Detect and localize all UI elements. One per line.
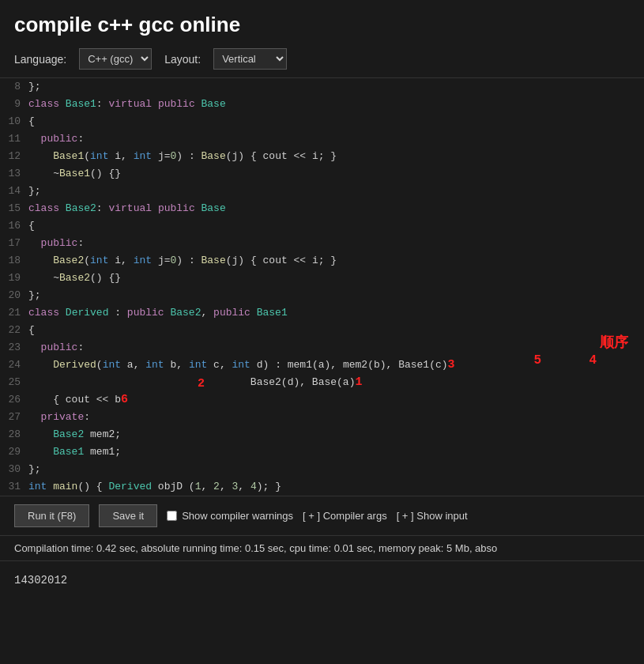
line-num: 11	[0, 130, 28, 148]
code-line: 31 int main() { Derived objD (1, 2, 3, 4…	[0, 478, 644, 496]
code-line: 29 Base1 mem1;	[0, 443, 644, 461]
code-line: 25 Base2(d), Base(a)1 2	[0, 374, 644, 391]
run-button[interactable]: Run it (F8)	[14, 504, 89, 527]
annotation-5: 5	[533, 352, 541, 369]
code-line: 30 };	[0, 461, 644, 478]
controls-row: Language: C++ (gcc) C (gcc) Java Python …	[14, 48, 630, 70]
status-bar: Compilation time: 0.42 sec, absolute run…	[0, 536, 644, 561]
line-num: 24	[0, 357, 28, 374]
compiler-args-button[interactable]: [ + ] Compiler args	[303, 510, 387, 522]
line-num: 26	[0, 391, 28, 409]
code-line: 26 { cout << b6	[0, 391, 644, 409]
code-line: 23 public:	[0, 339, 644, 357]
line-num: 28	[0, 426, 28, 443]
code-line: 18 Base2(int i, int j=0) : Base(j) { cou…	[0, 252, 644, 270]
line-num: 16	[0, 217, 28, 235]
layout-select[interactable]: Vertical Horizontal	[213, 48, 287, 70]
code-line: 16 {	[0, 217, 644, 235]
code-line: 21 class Derived : public Base2, public …	[0, 304, 644, 322]
line-num: 31	[0, 478, 28, 496]
annotation-2: 2	[198, 375, 205, 393]
line-num: 21	[0, 304, 28, 322]
line-num: 12	[0, 148, 28, 165]
toolbar-row: Run it (F8) Save it Show compiler warnin…	[0, 496, 644, 536]
annotation-4: 4	[589, 352, 597, 369]
status-text: Compilation time: 0.42 sec, absolute run…	[14, 542, 497, 554]
line-num: 17	[0, 235, 28, 252]
line-num: 23	[0, 339, 28, 357]
code-line: 9 class Base1: virtual public Base	[0, 96, 644, 113]
line-num: 25	[0, 374, 28, 391]
code-line: 15 class Base2: virtual public Base	[0, 200, 644, 217]
show-input-button[interactable]: [ + ] Show input	[397, 510, 468, 522]
output-text: 14302012	[14, 574, 67, 587]
page-title: compile c++ gcc online	[14, 13, 630, 37]
code-line: 13 ~Base1() {}	[0, 165, 644, 183]
line-num: 18	[0, 252, 28, 270]
line-num: 27	[0, 409, 28, 426]
line-num: 13	[0, 165, 28, 183]
code-lines: 8 }; 9 class Base1: virtual public Base …	[0, 78, 644, 496]
annotation-shunxu: 顺序	[600, 334, 628, 352]
code-line: 10 {	[0, 113, 644, 130]
code-line: 27 private:	[0, 409, 644, 426]
code-line: 11 public:	[0, 130, 644, 148]
language-label: Language:	[14, 53, 66, 66]
line-num: 20	[0, 287, 28, 304]
line-num: 14	[0, 183, 28, 200]
code-line: 19 ~Base2() {}	[0, 270, 644, 287]
output-area: 14302012	[0, 561, 644, 599]
header: compile c++ gcc online Language: C++ (gc…	[0, 0, 644, 77]
show-warnings-label[interactable]: Show compiler warnings	[167, 510, 293, 522]
line-num: 8	[0, 78, 28, 96]
code-line: 17 public:	[0, 235, 644, 252]
code-line: 12 Base1(int i, int j=0) : Base(j) { cou…	[0, 148, 644, 165]
line-num: 15	[0, 200, 28, 217]
code-line: 22 {	[0, 322, 644, 339]
code-line: 8 };	[0, 78, 644, 96]
layout-label: Layout:	[164, 53, 201, 66]
code-line: 24 Derived(int a, int b, int c, int d) :…	[0, 357, 644, 374]
code-line: 14 };	[0, 183, 644, 200]
line-num: 29	[0, 443, 28, 461]
code-line: 20 };	[0, 287, 644, 304]
save-button[interactable]: Save it	[99, 504, 157, 527]
line-num: 22	[0, 322, 28, 339]
code-area-wrapper: 8 }; 9 class Base1: virtual public Base …	[0, 77, 644, 496]
code-line: 28 Base2 mem2;	[0, 426, 644, 443]
line-num: 10	[0, 113, 28, 130]
code-editor[interactable]: 8 }; 9 class Base1: virtual public Base …	[0, 77, 644, 496]
line-num: 19	[0, 270, 28, 287]
language-select[interactable]: C++ (gcc) C (gcc) Java Python 3	[79, 48, 152, 70]
line-num: 30	[0, 461, 28, 478]
show-warnings-checkbox[interactable]	[167, 511, 177, 521]
line-num: 9	[0, 96, 28, 113]
